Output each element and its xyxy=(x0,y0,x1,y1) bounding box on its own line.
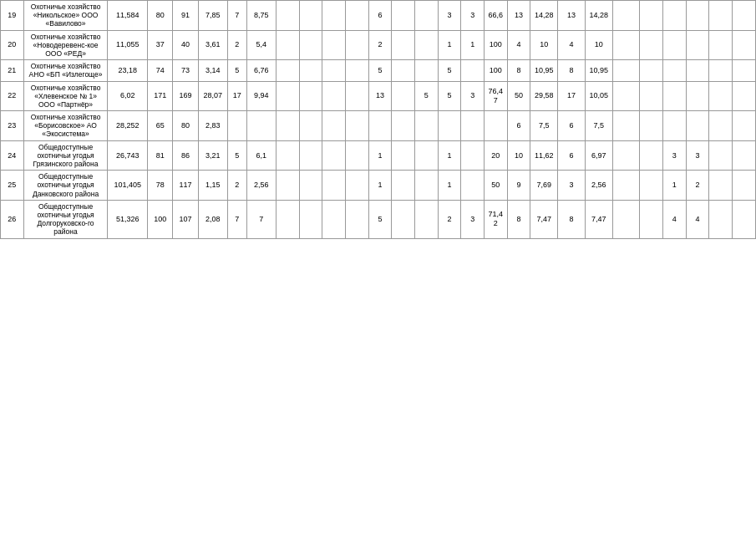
row-cell xyxy=(345,81,368,111)
row-cell xyxy=(246,111,276,141)
row-cell: 76,47 xyxy=(485,81,508,111)
row-cell: 8 xyxy=(507,60,530,81)
row-cell: 3,21 xyxy=(198,140,227,171)
row-cell: 2,56 xyxy=(246,171,276,201)
row-cell: 171 xyxy=(148,81,173,111)
row-cell xyxy=(392,140,415,171)
row-cell: 1 xyxy=(438,171,461,201)
row-index: 24 xyxy=(1,140,24,171)
row-cell: 3 xyxy=(686,140,709,171)
row-cell: 100 xyxy=(485,30,508,60)
row-cell xyxy=(414,140,438,171)
row-cell: 29,58 xyxy=(530,81,558,111)
row-cell xyxy=(322,1,346,31)
row-cell: 23,18 xyxy=(108,60,148,81)
row-cell: 66,6 xyxy=(485,1,508,31)
row-cell xyxy=(276,30,299,60)
row-cell: 5 xyxy=(368,200,392,238)
row-cell xyxy=(345,60,368,81)
row-cell: 80 xyxy=(148,1,173,31)
row-cell: 6,76 xyxy=(246,60,276,81)
row-cell: 4 xyxy=(507,30,530,60)
row-cell: 1 xyxy=(368,140,392,171)
row-cell xyxy=(392,81,415,111)
row-cell xyxy=(299,30,322,60)
row-name: Общедоступные охотничьи угодья Долгоруко… xyxy=(23,200,108,238)
row-cell xyxy=(299,111,322,141)
row-cell xyxy=(299,140,322,171)
row-cell: 3 xyxy=(438,1,461,31)
row-cell: 28,07 xyxy=(198,81,227,111)
row-cell: 9 xyxy=(507,171,530,201)
row-cell xyxy=(345,140,368,171)
row-cell: 10,95 xyxy=(530,60,558,81)
row-cell: 5 xyxy=(227,140,246,171)
row-cell: 5 xyxy=(438,81,461,111)
row-cell: 50 xyxy=(485,171,508,201)
row-cell: 4 xyxy=(663,200,687,238)
row-cell: 7,47 xyxy=(585,200,612,238)
row-cell: 2,56 xyxy=(585,171,612,201)
row-cell: 11,055 xyxy=(108,30,148,60)
row-cell: 80 xyxy=(173,111,198,141)
row-cell xyxy=(461,60,485,81)
row-cell: 3 xyxy=(663,140,687,171)
table-row: 21Охотничье хозяйство АНО «БП «Излегоще»… xyxy=(1,60,756,81)
row-cell: 6 xyxy=(368,1,392,31)
row-cell xyxy=(709,111,733,141)
row-cell: 5 xyxy=(414,81,438,111)
row-cell xyxy=(276,140,299,171)
row-cell: 81 xyxy=(148,140,173,171)
row-cell xyxy=(686,60,709,81)
row-cell xyxy=(299,200,322,238)
row-cell: 107 xyxy=(173,200,198,238)
row-cell: 10 xyxy=(530,30,558,60)
row-cell xyxy=(663,1,687,31)
row-cell xyxy=(663,111,687,141)
row-cell xyxy=(345,200,368,238)
row-index: 25 xyxy=(1,171,24,201)
row-cell xyxy=(612,200,640,238)
row-cell xyxy=(276,1,299,31)
row-cell xyxy=(414,200,438,238)
row-cell xyxy=(414,30,438,60)
row-cell xyxy=(686,30,709,60)
row-cell: 7 xyxy=(227,200,246,238)
table-row: 25Общедоступные охотничьи угодья Данковс… xyxy=(1,171,756,201)
row-cell xyxy=(345,1,368,31)
row-cell xyxy=(733,200,756,238)
row-cell xyxy=(733,140,756,171)
row-cell xyxy=(414,60,438,81)
row-cell xyxy=(733,111,756,141)
row-cell xyxy=(299,1,322,31)
row-cell xyxy=(640,200,663,238)
row-cell: 101,405 xyxy=(108,171,148,201)
row-cell: 1 xyxy=(368,171,392,201)
row-cell xyxy=(461,171,485,201)
row-cell xyxy=(640,30,663,60)
row-cell: 11,584 xyxy=(108,1,148,31)
row-cell: 5 xyxy=(227,60,246,81)
row-cell xyxy=(438,111,461,141)
row-cell xyxy=(392,171,415,201)
row-cell xyxy=(345,171,368,201)
row-cell xyxy=(299,81,322,111)
row-cell: 6,1 xyxy=(246,140,276,171)
row-cell: 10,05 xyxy=(585,81,612,111)
row-name: Охотничье хозяйство «Хлевенское № 1» ООО… xyxy=(23,81,108,111)
row-cell xyxy=(485,111,508,141)
row-cell: 1,15 xyxy=(198,171,227,201)
row-cell: 86 xyxy=(173,140,198,171)
row-index: 21 xyxy=(1,60,24,81)
row-cell xyxy=(414,1,438,31)
row-cell xyxy=(709,30,733,60)
data-table: 19Охотничье хозяйство «Никольское» ООО «… xyxy=(0,0,756,239)
row-cell xyxy=(345,30,368,60)
row-cell xyxy=(322,200,346,238)
row-cell: 73 xyxy=(173,60,198,81)
row-cell xyxy=(322,30,346,60)
row-cell: 65 xyxy=(148,111,173,141)
table-row: 22Охотничье хозяйство «Хлевенское № 1» О… xyxy=(1,81,756,111)
row-cell: 9,94 xyxy=(246,81,276,111)
row-cell: 1 xyxy=(438,140,461,171)
